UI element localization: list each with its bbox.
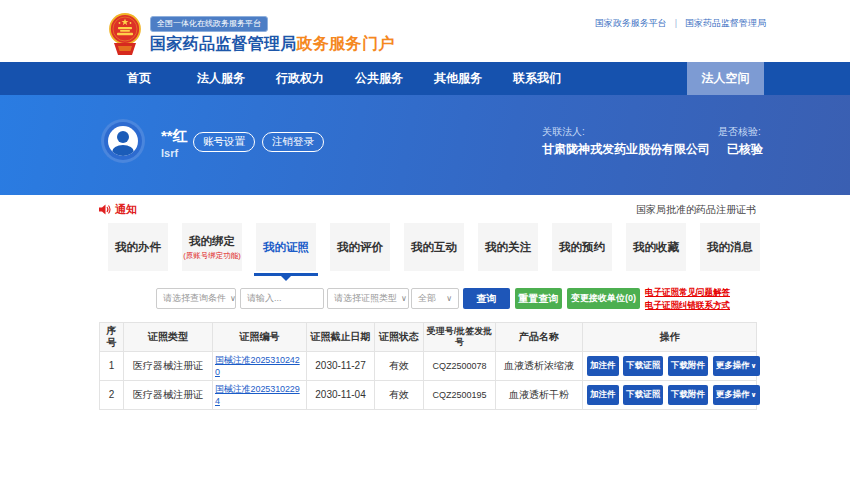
logout-button[interactable]: 注销登录 [262,132,324,152]
download-cert-button[interactable]: 下载证照 [623,356,663,376]
main-nav: 首页法人服务行政权力公共服务其他服务联系我们 法人空间 [0,62,850,95]
col-product: 产品名称 [496,323,583,352]
more-actions-button[interactable]: 更多操作∨ [713,385,760,405]
search-button[interactable]: 查询 [463,288,510,309]
cell-index: 1 [100,352,124,381]
faq-link[interactable]: 电子证照常见问题解答 [645,286,765,299]
national-emblem-logo [108,13,142,57]
site-title-accent: 政务服务门户 [297,35,395,52]
chevron-down-icon: ∨ [751,362,757,369]
cell-product: 血液透析浓缩液 [496,352,583,381]
nav-item[interactable]: 公共服务 [355,70,403,87]
nav-item-legal-person-space[interactable]: 法人空间 [687,62,764,95]
cell-expiry: 2030-11-04 [307,381,375,410]
linked-entity-value: 甘肃陇神戎发药业股份有限公司 [542,141,710,158]
cell-index: 2 [100,381,124,410]
change-receiver-button[interactable]: 变更接收单位(0) [567,288,640,309]
link-nmpa[interactable]: 国家药品监督管理局 [685,18,766,28]
tab[interactable]: 我的关注 [478,223,538,271]
col-index: 序号 [100,323,124,352]
tab[interactable]: 我的互动 [404,223,464,271]
help-links: 电子证照常见问题解答 电子证照纠错联系方式 [645,286,765,312]
cell-type: 医疗器械注册证 [124,352,213,381]
nav-item[interactable]: 其他服务 [434,70,482,87]
download-cert-button[interactable]: 下载证照 [623,385,663,405]
user-id: lsrf [161,147,178,159]
more-actions-button[interactable]: 更多操作∨ [713,356,760,376]
annotate-button[interactable]: 加注件 [587,356,619,376]
tab[interactable]: 我的收藏 [626,223,686,271]
link-national-gov-platform[interactable]: 国家政务服务平台 [595,18,667,28]
tab[interactable]: 我的办件 [108,223,168,271]
col-acceptance: 受理号/批签发批号 [424,323,496,352]
brand-text: 全国一体化在线政务服务平台 国家药品监督管理局政务服务门户 [150,12,395,53]
cell-expiry: 2030-11-27 [307,352,375,381]
site-title: 国家药品监督管理局政务服务门户 [150,35,395,53]
query-condition-select[interactable]: 请选择查询条件∨ [156,288,236,309]
chevron-down-icon: ∨ [751,391,757,398]
brand: 全国一体化在线政务服务平台 国家药品监督管理局政务服务门户 [108,12,395,57]
username: **红 [161,127,188,146]
speaker-icon [99,204,111,215]
table-header-row: 序号 证照类型 证照编号 证照截止日期 证照状态 受理号/批签发批号 产品名称 … [100,323,757,352]
nav-item[interactable]: 联系我们 [513,70,561,87]
user-avatar [101,119,145,163]
annotate-button[interactable]: 加注件 [587,385,619,405]
table-row: 2 医疗器械注册证 国械注准20253102294 2030-11-04 有效 … [100,381,757,410]
cell-type: 医疗器械注册证 [124,381,213,410]
col-type: 证照类型 [124,323,213,352]
tab[interactable]: 我的预约 [552,223,612,271]
cell-product: 血液透析干粉 [496,381,583,410]
verify-status: 已核验 [727,141,763,158]
col-status: 证照状态 [375,323,424,352]
cell-acceptance: CQZ2500078 [424,352,496,381]
notice-row: 通知 国家局批准的药品注册证书 [99,202,756,218]
account-settings-button[interactable]: 账号设置 [193,132,255,152]
linked-entity-label: 关联法人: [542,125,585,139]
verify-label: 是否核验: [718,125,761,139]
col-expiry: 证照截止日期 [307,323,375,352]
cell-status: 有效 [375,352,424,381]
site-title-main: 国家药品监督管理局 [150,35,297,52]
reset-button[interactable]: 重置查询 [515,288,562,309]
cert-number-link[interactable]: 国械注准20253102294 [215,384,300,406]
cert-type-select[interactable]: 请选择证照类型∨ [327,288,409,309]
nav-item[interactable]: 法人服务 [197,70,245,87]
page: 全国一体化在线政务服务平台 国家药品监督管理局政务服务门户 国家政务服务平台|国… [0,0,850,480]
platform-badge: 全国一体化在线政务服务平台 [150,16,268,32]
chevron-down-icon: ∨ [401,294,407,303]
chevron-down-icon: ∨ [446,294,452,303]
person-icon [108,126,138,156]
user-banner: **红 lsrf 账号设置 注销登录 关联法人: 甘肃陇神戎发药业股份有限公司 … [0,95,850,195]
col-number: 证照编号 [213,323,307,352]
notice-label: 通知 [115,202,137,217]
tab[interactable]: 我的评价 [330,223,390,271]
cell-status: 有效 [375,381,424,410]
site-header: 全国一体化在线政务服务平台 国家药品监督管理局政务服务门户 国家政务服务平台|国… [0,0,850,62]
download-attachment-button[interactable]: 下载附件 [668,356,708,376]
my-tabs: 我的办件 我的绑定 (原账号绑定功能) 我的证照 我的评价 我的互动 我的关注 … [108,223,774,271]
keyword-input[interactable]: 请输入... [240,288,324,309]
certificates-table: 序号 证照类型 证照编号 证照截止日期 证照状态 受理号/批签发批号 产品名称 … [99,322,757,410]
table-row: 1 医疗器械注册证 国械注准20253102420 2030-11-27 有效 … [100,352,757,381]
tab[interactable]: 我的消息 [700,223,760,271]
cert-number-link[interactable]: 国械注准20253102420 [215,355,300,377]
download-attachment-button[interactable]: 下载附件 [668,385,708,405]
scope-select[interactable]: 全部∨ [411,288,459,309]
nav-item[interactable]: 首页 [127,70,151,87]
top-links: 国家政务服务平台|国家药品监督管理局 [595,17,766,30]
tab[interactable]: 我的绑定 (原账号绑定功能) [182,223,242,271]
contact-link[interactable]: 电子证照纠错联系方式 [645,299,765,312]
col-actions: 操作 [583,323,757,352]
cell-acceptance: CQZ2500195 [424,381,496,410]
notice-message[interactable]: 国家局批准的药品注册证书 [636,203,756,217]
nav-item[interactable]: 行政权力 [276,70,324,87]
top-links-separator: | [675,18,677,28]
tab[interactable]: 我的证照 [256,223,316,271]
chevron-down-icon: ∨ [230,294,236,303]
